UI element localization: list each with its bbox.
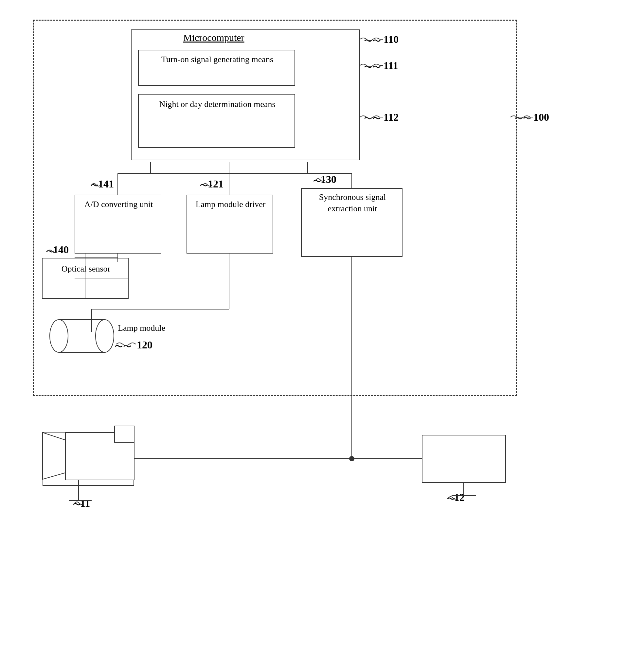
lamp-module-label: Lamp module [118,322,165,334]
microcomputer-label: Microcomputer [183,32,244,43]
squiggle-141: 〜 [90,180,99,191]
monitor-label: Monitor [425,449,505,460]
ad-box: A/D converting unit [75,195,161,254]
ref-130: 130 [321,173,337,186]
optical-label: Optical sensor [44,263,128,275]
ref-111: 111 [383,60,398,72]
svg-point-19 [349,456,354,461]
ref-110: 110 [383,33,399,46]
lamp-driver-label: Lamp module driver [189,199,272,210]
squiggle-111: 〜〜 [364,62,381,73]
lamp-driver-box: Lamp module driver [187,195,273,254]
ref-12: 12 [454,491,465,504]
ref-11: 11 [80,497,90,509]
squiggle-121: 〜 [200,180,208,191]
ref-140: 140 [53,244,69,256]
camera-label: Camera [85,455,115,466]
ref-112: 112 [383,111,399,123]
squiggle-112: 〜〜 [364,113,381,124]
turnon-box: Turn-on signal generating means [138,50,295,86]
sync-label: Synchronous signal extraction unit [303,191,402,214]
nightday-label: Night or day determination means [142,99,292,110]
ad-label: A/D converting unit [77,199,160,210]
squiggle-120: 〜〜 [115,341,131,352]
ref-141: 141 [98,178,114,190]
sync-box: Synchronous signal extraction unit [301,188,403,257]
ref-121: 121 [208,178,224,190]
monitor-box: Monitor [422,435,506,481]
optical-box: Optical sensor [42,258,129,299]
squiggle-100: 〜〜 [515,113,531,124]
squiggle-110: 〜〜 [364,35,381,47]
turnon-label: Turn-on signal generating means [142,54,292,65]
squiggle-130: 〜 [313,176,321,187]
nightday-box: Night or day determination means [138,94,295,148]
ref-120: 120 [137,339,152,351]
diagram-container: 〜〜 100 Turn-on signal generating means N… [26,13,615,658]
ref-100: 100 [533,111,549,123]
microcomputer-box: Turn-on signal generating means Night or… [131,29,360,160]
